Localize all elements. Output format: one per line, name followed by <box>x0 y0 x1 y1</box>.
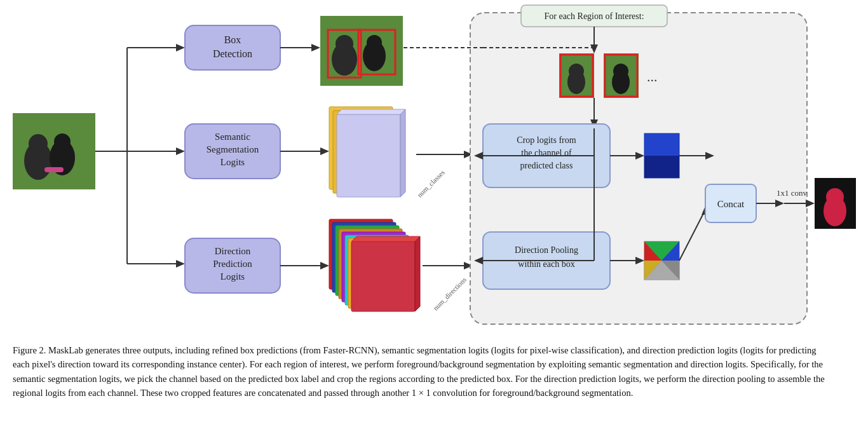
svg-rect-47 <box>521 5 667 27</box>
svg-marker-71 <box>661 242 679 261</box>
svg-rect-33 <box>336 226 399 296</box>
svg-text:Box: Box <box>224 34 241 45</box>
svg-rect-54 <box>483 124 610 187</box>
svg-rect-46 <box>470 13 807 324</box>
svg-marker-28 <box>337 109 405 114</box>
svg-rect-38 <box>351 242 415 311</box>
svg-text:Detection: Detection <box>213 48 252 59</box>
svg-marker-22 <box>320 147 329 155</box>
svg-marker-50 <box>590 44 598 53</box>
svg-text:Logits: Logits <box>220 271 245 282</box>
svg-marker-5 <box>176 147 185 155</box>
svg-text:For each Region of Interest:: For each Region of Interest: <box>544 11 644 21</box>
svg-text:1x1 conv: 1x1 conv <box>776 188 808 198</box>
svg-marker-20 <box>311 44 320 51</box>
svg-rect-11 <box>185 124 280 179</box>
svg-rect-32 <box>332 222 396 292</box>
svg-text:Segmentation: Segmentation <box>207 144 259 154</box>
svg-text:num_directions: num_directions <box>431 276 468 312</box>
svg-marker-29 <box>400 109 405 197</box>
svg-marker-45 <box>464 262 473 269</box>
svg-marker-43 <box>464 151 473 158</box>
diagram: Box Detection Semantic Segmentation Logi… <box>0 0 868 337</box>
svg-text:Semantic: Semantic <box>215 132 250 142</box>
svg-rect-26 <box>333 111 397 193</box>
svg-marker-62 <box>635 152 644 160</box>
svg-marker-90 <box>474 152 483 160</box>
svg-marker-68 <box>635 257 644 264</box>
svg-marker-40 <box>415 236 420 311</box>
svg-marker-66 <box>705 152 714 160</box>
svg-text:the channel of: the channel of <box>521 148 572 158</box>
svg-rect-63 <box>644 133 679 178</box>
svg-marker-77 <box>702 206 709 215</box>
svg-marker-75 <box>644 242 661 261</box>
svg-rect-31 <box>329 219 393 289</box>
svg-marker-24 <box>320 262 329 269</box>
svg-marker-7 <box>176 260 185 268</box>
svg-marker-70 <box>644 242 679 261</box>
svg-marker-74 <box>644 261 661 280</box>
svg-rect-69 <box>644 242 679 280</box>
svg-rect-36 <box>345 235 409 305</box>
svg-rect-27 <box>337 114 400 197</box>
svg-rect-64 <box>644 156 679 178</box>
caption: Figure 2. MaskLab generates three output… <box>0 337 843 407</box>
svg-text:Logits: Logits <box>220 157 245 167</box>
svg-marker-72 <box>661 261 679 280</box>
svg-line-76 <box>679 210 705 261</box>
svg-marker-53 <box>590 119 598 128</box>
svg-text:Prediction: Prediction <box>213 259 252 269</box>
svg-rect-78 <box>705 184 756 222</box>
svg-marker-73 <box>644 261 679 280</box>
svg-rect-34 <box>339 229 402 299</box>
svg-text:predicted class: predicted class <box>520 161 573 170</box>
svg-text:Direction: Direction <box>215 246 251 256</box>
svg-text:...: ... <box>647 69 658 85</box>
svg-marker-3 <box>176 44 185 51</box>
svg-rect-37 <box>348 238 412 308</box>
caption-text: Figure 2. MaskLab generates three output… <box>13 345 825 398</box>
svg-rect-25 <box>329 107 393 189</box>
svg-text:Crop logits from: Crop logits from <box>517 135 576 145</box>
svg-rect-35 <box>342 232 405 302</box>
svg-rect-8 <box>185 25 280 70</box>
svg-text:Direction Pooling: Direction Pooling <box>515 245 578 255</box>
svg-rect-58 <box>483 232 610 289</box>
svg-text:num_classes: num_classes <box>416 168 446 199</box>
svg-marker-39 <box>351 236 420 242</box>
svg-text:within each box: within each box <box>518 259 574 269</box>
svg-rect-15 <box>185 238 280 293</box>
svg-marker-81 <box>775 200 784 207</box>
svg-marker-92 <box>474 257 483 264</box>
svg-text:Concat: Concat <box>717 199 745 209</box>
svg-marker-84 <box>806 200 815 207</box>
